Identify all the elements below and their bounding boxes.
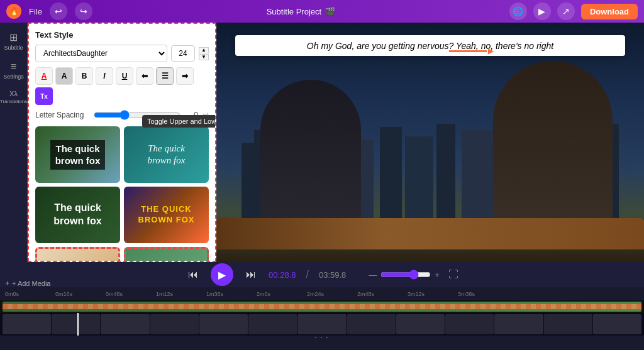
toggle-case-button[interactable]: Tx — [35, 87, 53, 105]
align-right-button[interactable]: ➡ — [176, 67, 194, 85]
menu-file[interactable]: File — [29, 7, 42, 16]
preset-card-5[interactable] — [35, 247, 120, 262]
vid-thumb-4 — [150, 314, 199, 334]
text-color-button[interactable]: A — [35, 67, 53, 85]
add-media-label: + Add Media — [12, 280, 50, 287]
svg-rect-9 — [462, 130, 496, 218]
globe-button[interactable]: 🌐 — [509, 3, 527, 20]
sidebar-label-settings: Settings — [3, 74, 24, 80]
preset-1-text: The quickbrown fox — [50, 140, 106, 170]
ruler-mark-0m16s: 0m16s — [55, 291, 106, 297]
sidebar: ⊞ Subtitle ≡ Settings Xλ Translations — [0, 23, 28, 262]
ruler-mark-2m48s: 2m48s — [357, 291, 408, 297]
playhead[interactable] — [77, 313, 79, 336]
svg-rect-7 — [405, 136, 433, 218]
font-size-down[interactable]: ▼ — [199, 54, 209, 60]
highlight-button[interactable]: A — [55, 67, 73, 85]
font-selector[interactable]: ArchitectsDaughter — [35, 45, 167, 62]
vid-thumb-6 — [248, 314, 297, 334]
top-bar: 🔥 File ↩ ↪ Subtitle Project 🎬 🌐 ▶ ↗ Down… — [0, 0, 644, 23]
panel-title: Text Style — [35, 30, 209, 40]
current-time-display: 00:28.8 — [269, 270, 296, 280]
translations-icon: Xλ — [9, 90, 18, 97]
vid-thumb-12 — [544, 314, 592, 334]
play-button[interactable]: ▶ — [211, 263, 233, 286]
align-center-button[interactable]: ☰ — [156, 67, 174, 85]
preset-card-3[interactable]: The quickbrown fox — [35, 187, 120, 243]
redo-button[interactable]: ↪ — [75, 3, 92, 20]
project-icon: 🎬 — [325, 7, 335, 16]
top-actions: 🌐 ▶ ↗ Download — [509, 3, 638, 20]
controls-bar: ⏮ ▶ ⏭ 00:28.8 / 03:59.8 — + ⛶ — [0, 262, 644, 287]
vid-thumb-9 — [396, 314, 445, 334]
skip-forward-button[interactable]: ⏭ — [243, 266, 258, 283]
ruler-mark-2m24s: 2m24s — [307, 291, 357, 297]
download-button[interactable]: Download — [581, 4, 638, 19]
project-title-bar: Subtitle Project 🎬 — [100, 7, 502, 16]
vid-thumb-5 — [199, 314, 248, 334]
subtitle-arrow: ▶ — [449, 46, 494, 55]
svg-rect-6 — [380, 127, 402, 218]
vid-thumb-3 — [101, 314, 149, 334]
fullscreen-icon[interactable]: ⛶ — [448, 269, 458, 280]
desk — [216, 218, 644, 249]
total-time-display: 03:59.8 — [319, 270, 346, 280]
menu-bar: File — [29, 7, 42, 16]
share-button[interactable]: ↗ — [557, 3, 575, 20]
volume-label: — — [369, 270, 377, 280]
skip-back-button[interactable]: ⏮ — [186, 266, 201, 283]
app-logo: 🔥 — [6, 4, 21, 19]
align-left-button[interactable]: ⬅ — [136, 67, 153, 85]
bottom-track: • • • — [0, 336, 644, 338]
video-preview: Oh my God, are you getting nervous? Yeah… — [216, 23, 644, 262]
thumbnail-row — [3, 314, 641, 334]
video-track — [0, 313, 644, 336]
ruler-mark-0m48s: 0m48s — [106, 291, 156, 297]
ruler-mark-2m0s: 2m0s — [257, 291, 307, 297]
underline-button[interactable]: U — [116, 67, 133, 85]
font-size-arrows: ▲ ▼ — [199, 47, 209, 60]
subtitle-text: Oh my God, are you getting nervous? Yeah… — [307, 41, 553, 51]
timeline: 0m0s 0m16s 0m48s 1m12s 1m36s 2m0s 2m24s … — [0, 288, 644, 338]
volume-max-icon: + — [435, 270, 440, 280]
sidebar-item-translations[interactable]: Xλ Translations — [3, 86, 25, 108]
vid-thumb-10 — [445, 314, 494, 334]
preset-card-4[interactable]: THE QUICKBROWN FOX — [124, 187, 209, 243]
time-separator: / — [306, 269, 308, 280]
sidebar-item-subtitle[interactable]: ⊞ Subtitle — [3, 28, 25, 55]
preview-button[interactable]: ▶ — [533, 3, 551, 20]
preset-3-text: The quickbrown fox — [53, 202, 101, 228]
subtitle-icon: ⊞ — [9, 31, 18, 43]
undo-button[interactable]: ↩ — [50, 3, 67, 20]
preset-card-2[interactable]: The quickbrown fox — [124, 126, 209, 183]
sidebar-item-settings[interactable]: ≡ Settings — [3, 57, 25, 84]
subtitle-clip-1[interactable] — [3, 302, 641, 312]
ruler-mark-3m36s: 3m36s — [458, 291, 508, 297]
settings-icon: ≡ — [11, 61, 16, 72]
font-row: ArchitectsDaughter ▲ ▼ — [35, 45, 209, 62]
subtitle-track — [0, 300, 644, 313]
ruler-mark-0m0s: 0m0s — [5, 291, 55, 297]
presets-grid: The quickbrown fox The quickbrown fox Th… — [35, 126, 209, 262]
italic-button[interactable]: I — [96, 67, 113, 85]
project-title-text: Subtitle Project — [267, 7, 321, 16]
preset-card-6[interactable] — [124, 247, 209, 262]
add-media-button[interactable]: + + Add Media — [5, 279, 50, 288]
ruler-mark-1m12s: 1m12s — [156, 291, 206, 297]
font-size-up[interactable]: ▲ — [199, 47, 209, 53]
timeline-ruler: 0m0s 0m16s 0m48s 1m12s 1m36s 2m0s 2m24s … — [0, 288, 644, 300]
tooltip-upper-case: Toggle Upper and Lower Case — [142, 115, 216, 128]
letter-spacing-label: Letter Spacing — [35, 111, 89, 119]
video-container: Oh my God, are you getting nervous? Yeah… — [216, 23, 644, 262]
subtitle-overlay: Oh my God, are you getting nervous? Yeah… — [235, 35, 625, 56]
preset-4-text: THE QUICKBROWN FOX — [138, 204, 195, 226]
volume-slider[interactable] — [380, 270, 431, 280]
ruler-mark-3m12s: 3m12s — [408, 291, 458, 297]
sidebar-label-translations: Translations — [0, 99, 27, 104]
preset-card-1[interactable]: The quickbrown fox — [35, 126, 120, 183]
preset-2-text: The quickbrown fox — [148, 143, 186, 167]
font-size-input[interactable] — [171, 45, 195, 62]
bold-button[interactable]: B — [75, 67, 93, 85]
vid-thumb-7 — [297, 314, 346, 334]
vid-thumb-2 — [52, 314, 100, 334]
